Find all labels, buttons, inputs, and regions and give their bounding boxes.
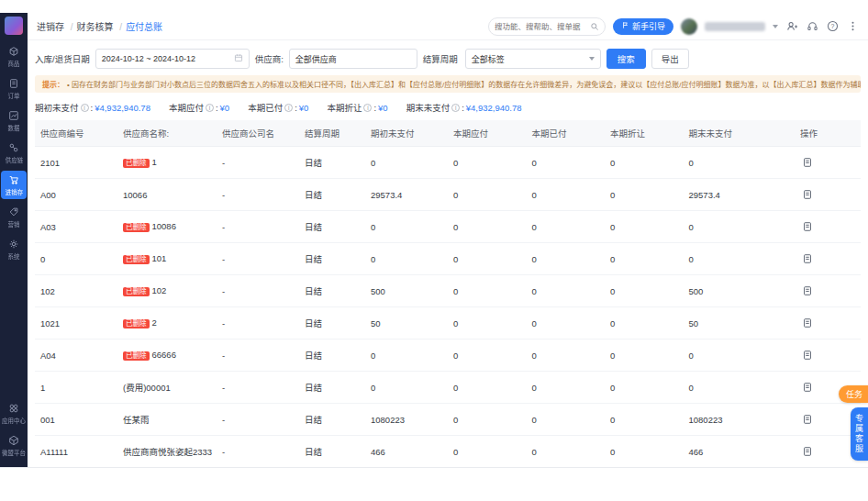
customer-service-floating-tab[interactable]: 专属客服	[851, 407, 868, 461]
column-header: 操作	[795, 120, 861, 147]
supplier-no: 001	[35, 404, 117, 436]
platform-icon	[8, 435, 19, 446]
sidebar-item[interactable]: 订单	[1, 74, 27, 103]
table-row[interactable]: 102 已删除102 - 日结 500 0 0 0 500	[35, 275, 861, 307]
help-icon[interactable]: ?	[826, 20, 839, 33]
export-button[interactable]: 导出	[651, 49, 689, 69]
more-icon[interactable]	[846, 20, 859, 33]
supplier-name: 2	[152, 317, 157, 328]
current-discount: 0	[605, 211, 684, 243]
cycle-select[interactable]: 全部标签	[465, 49, 601, 69]
current-discount: 0	[605, 307, 684, 340]
supplier-no: 2101	[35, 147, 117, 179]
settle-cycle: 日结	[299, 211, 365, 243]
opening-unpaid: 50	[365, 307, 448, 340]
closing-unpaid: 0	[684, 147, 796, 179]
notice-text: • 因存在财务部门与业务部门对小数点后三位的数据四舍五入的标准以及相关口径不同，…	[67, 79, 861, 89]
breadcrumb-item[interactable]: 进销存	[37, 22, 64, 32]
table-row[interactable]: A04 已删除66666 - 日结 0 0 0 0 0	[35, 340, 861, 372]
sidebar-item[interactable]: 供应链	[1, 139, 27, 167]
summary-item: 期末未支付 i : ¥4,932,940.78	[406, 101, 522, 114]
table-row[interactable]: A11111 已删除供应商商悦张姿起2333 - 日结 466 0 0 0 46…	[35, 436, 861, 468]
current-payable: 0	[448, 147, 527, 179]
table-row[interactable]: A03 已删除10086 - 日结 0 0 0 0 0	[35, 211, 861, 243]
date-range-input[interactable]: 2024-10-12 ~ 2024-10-12	[95, 49, 250, 69]
deleted-badge: 已删除	[123, 159, 150, 168]
op-cell	[795, 179, 861, 211]
table-row[interactable]: 0 已删除101 - 日结 0 0 0 0 0	[35, 243, 861, 275]
supplier-name-cell: 已删除1	[117, 147, 217, 179]
detail-bill-icon[interactable]	[800, 348, 815, 362]
current-paid: 0	[527, 436, 606, 468]
info-icon[interactable]: i	[206, 104, 214, 112]
detail-bill-icon[interactable]	[800, 187, 815, 202]
sidebar-item[interactable]: 商品	[1, 42, 27, 71]
payables-table: 供应商编号供应商名称:供应商公司名结算周期期初未支付本期应付本期已付本期折让期末…	[35, 120, 861, 467]
detail-bill-icon[interactable]	[800, 155, 815, 170]
invite-user-icon[interactable]	[785, 20, 798, 33]
sidebar-item[interactable]: 营销	[1, 203, 27, 231]
summary-label: 本期应付	[169, 101, 204, 114]
detail-bill-icon[interactable]	[800, 444, 815, 459]
current-paid: 0	[527, 340, 606, 372]
breadcrumb: 进销存 / 财务核算 / 应付总账 /	[37, 19, 162, 33]
opening-unpaid: 0	[365, 340, 448, 372]
avatar[interactable]	[681, 18, 697, 35]
date-filter-label: 入库/退货日期	[35, 52, 90, 65]
opening-unpaid: 500	[365, 275, 448, 307]
task-floating-tab[interactable]: 任务	[839, 385, 868, 403]
deleted-badge: 已删除	[123, 223, 150, 232]
op-cell	[795, 211, 861, 243]
filter-bar: 入库/退货日期 2024-10-12 ~ 2024-10-12 供应商: 全部供…	[28, 40, 868, 74]
detail-bill-icon[interactable]	[800, 251, 815, 266]
sidebar-bottom-item[interactable]: 应用中心	[1, 399, 27, 428]
table-row[interactable]: 001 已删除任某雨 - 日结 1080223 0 0 0 1080223	[35, 404, 861, 436]
summary-colon: :	[462, 103, 464, 113]
breadcrumb-item[interactable]: 财务核算	[77, 22, 114, 32]
search-input[interactable]	[495, 22, 590, 31]
info-icon[interactable]: i	[363, 104, 372, 112]
search-icon[interactable]	[590, 18, 599, 35]
current-payable: 0	[448, 211, 527, 243]
marketing-icon	[8, 206, 19, 217]
search-button[interactable]: 搜索	[606, 49, 646, 69]
deleted-badge: 已删除	[123, 319, 150, 328]
breadcrumb-item[interactable]: 应付总账	[126, 22, 162, 32]
chevron-down-icon[interactable]	[773, 25, 778, 28]
detail-bill-icon[interactable]	[800, 219, 815, 234]
detail-bill-icon[interactable]	[800, 284, 815, 298]
column-header: 供应商编号	[35, 120, 117, 147]
detail-bill-icon[interactable]	[800, 316, 815, 330]
summary-value: ¥4,932,940.78	[95, 103, 150, 113]
sidebar-item[interactable]: 系统	[1, 235, 27, 263]
summary-colon: :	[216, 103, 218, 113]
table-row[interactable]: 1021 已删除2 - 日结 50 0 0 0 50	[35, 307, 861, 340]
settle-cycle: 日结	[299, 243, 365, 275]
supplier-input[interactable]: 全部供应商	[289, 49, 417, 69]
info-icon[interactable]: i	[81, 104, 89, 112]
sidebar-item[interactable]: 进销存	[1, 171, 27, 199]
info-icon[interactable]: i	[451, 104, 460, 112]
current-payable: 0	[448, 243, 527, 275]
username-redacted	[705, 22, 765, 31]
table-body: 2101 已删除1 - 日结 0 0 0 0 0	[35, 147, 861, 468]
sidebar-item[interactable]: 数据	[1, 106, 27, 135]
table-row[interactable]: 2101 已删除1 - 日结 0 0 0 0 0	[35, 147, 861, 179]
global-search	[488, 17, 606, 36]
brand-logo	[5, 17, 23, 35]
summary-item: 本期已付 i : ¥0	[248, 101, 308, 114]
detail-bill-icon[interactable]	[800, 380, 815, 395]
guide-button[interactable]: 新手引导	[613, 18, 673, 35]
supplier-company: -	[217, 211, 299, 243]
orders-icon	[8, 78, 19, 89]
info-icon[interactable]: i	[284, 104, 293, 112]
supplier-name: 1	[152, 157, 157, 167]
current-payable: 0	[448, 436, 527, 468]
opening-unpaid: 1080223	[365, 404, 448, 436]
detail-bill-icon[interactable]	[800, 412, 815, 427]
current-discount: 0	[605, 179, 684, 211]
customer-service-icon[interactable]	[806, 20, 818, 33]
table-row[interactable]: 1 已删除(费用)00001 - 日结 0 0 0 0 0	[35, 372, 861, 404]
table-row[interactable]: A00 已删除10066 - 日结 29573.4 0 0 0 29573.4	[35, 179, 861, 211]
sidebar-bottom-item[interactable]: 微盟平台	[1, 431, 27, 460]
